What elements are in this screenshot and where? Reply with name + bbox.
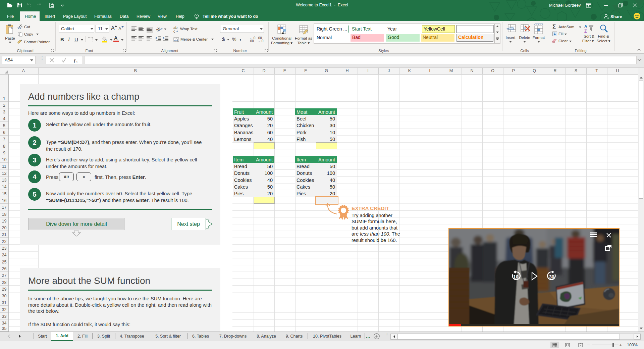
svg-text:A: A: [584, 24, 587, 29]
svg-text:c: c: [173, 29, 175, 33]
svg-text:≠: ≠: [282, 30, 284, 35]
svg-text:f: f: [74, 58, 76, 63]
svg-text:Z: Z: [584, 29, 587, 33]
svg-text:ab: ab: [156, 26, 161, 33]
svg-text:10: 10: [513, 274, 519, 280]
svg-text:x: x: [76, 59, 78, 63]
svg-text:30: 30: [549, 274, 554, 280]
